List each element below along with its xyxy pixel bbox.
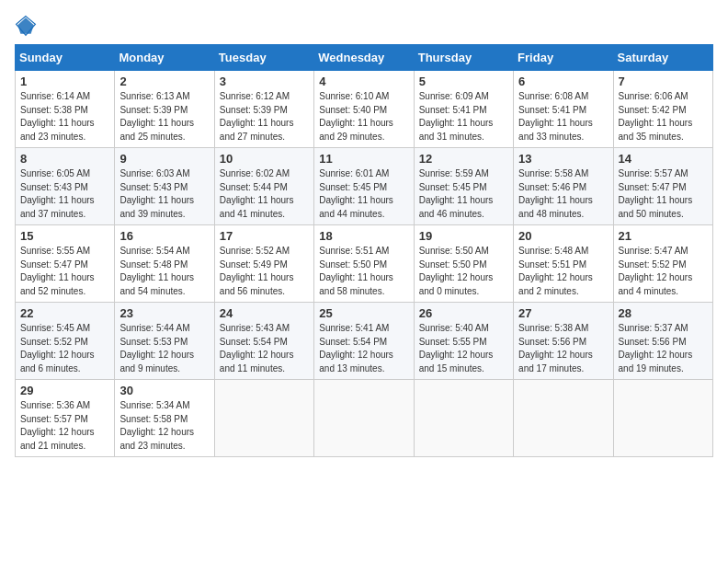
day-info: Sunrise: 5:54 AM Sunset: 5:48 PM Dayligh… [119,245,209,298]
calendar-cell: 20Sunrise: 5:48 AM Sunset: 5:51 PM Dayli… [514,225,613,303]
day-info: Sunrise: 5:38 AM Sunset: 5:56 PM Dayligh… [518,322,608,375]
day-of-week-header: Friday [514,45,613,71]
day-info: Sunrise: 6:14 AM Sunset: 5:38 PM Dayligh… [20,90,109,144]
day-info: Sunrise: 6:01 AM Sunset: 5:45 PM Dayligh… [319,167,408,221]
svg-marker-0 [17,17,34,34]
day-info: Sunrise: 5:34 AM Sunset: 5:58 PM Dayligh… [119,399,209,453]
calendar-cell: 14Sunrise: 5:57 AM Sunset: 5:47 PM Dayli… [613,148,712,225]
day-number: 15 [20,229,109,243]
calendar-week-row: 1Sunrise: 6:14 AM Sunset: 5:38 PM Daylig… [16,71,713,148]
day-info: Sunrise: 5:57 AM Sunset: 5:47 PM Dayligh… [619,167,708,221]
day-info: Sunrise: 5:55 AM Sunset: 5:47 PM Dayligh… [20,245,109,298]
day-of-week-header: Monday [115,45,214,71]
day-number: 22 [20,306,109,320]
day-info: Sunrise: 6:12 AM Sunset: 5:39 PM Dayligh… [220,90,309,144]
day-number: 29 [20,384,109,397]
calendar-cell [414,380,513,457]
calendar-cell: 3Sunrise: 6:12 AM Sunset: 5:39 PM Daylig… [214,71,313,148]
day-info: Sunrise: 6:13 AM Sunset: 5:39 PM Dayligh… [119,90,209,144]
day-of-week-header: Sunday [16,45,115,71]
day-info: Sunrise: 5:44 AM Sunset: 5:53 PM Dayligh… [119,322,209,375]
day-of-week-header: Wednesday [314,45,414,71]
day-of-week-header: Thursday [414,45,513,71]
calendar-cell: 28Sunrise: 5:37 AM Sunset: 5:56 PM Dayli… [613,303,712,380]
day-of-week-header: Saturday [613,45,712,71]
day-number: 11 [319,152,408,166]
day-info: Sunrise: 5:48 AM Sunset: 5:51 PM Dayligh… [518,245,608,298]
day-number: 24 [220,306,309,320]
day-info: Sunrise: 5:58 AM Sunset: 5:46 PM Dayligh… [518,167,608,221]
day-info: Sunrise: 6:09 AM Sunset: 5:41 PM Dayligh… [419,90,508,144]
logo [15,15,40,37]
calendar-cell: 6Sunrise: 6:08 AM Sunset: 5:41 PM Daylig… [514,71,613,148]
calendar-cell: 21Sunrise: 5:47 AM Sunset: 5:52 PM Dayli… [613,225,712,303]
calendar-cell: 2Sunrise: 6:13 AM Sunset: 5:39 PM Daylig… [115,71,214,148]
day-number: 19 [419,229,508,243]
calendar-week-row: 8Sunrise: 6:05 AM Sunset: 5:43 PM Daylig… [16,148,713,225]
calendar-cell: 5Sunrise: 6:09 AM Sunset: 5:41 PM Daylig… [414,71,513,148]
day-number: 5 [419,75,508,88]
day-number: 7 [619,75,708,88]
calendar-cell: 18Sunrise: 5:51 AM Sunset: 5:50 PM Dayli… [314,225,414,303]
day-number: 4 [319,75,408,88]
calendar-cell: 17Sunrise: 5:52 AM Sunset: 5:49 PM Dayli… [214,225,313,303]
calendar-cell: 22Sunrise: 5:45 AM Sunset: 5:52 PM Dayli… [16,303,115,380]
day-number: 21 [619,229,708,243]
day-info: Sunrise: 5:43 AM Sunset: 5:54 PM Dayligh… [220,322,309,375]
day-number: 1 [20,75,109,88]
calendar-cell: 9Sunrise: 6:03 AM Sunset: 5:43 PM Daylig… [115,148,214,225]
day-info: Sunrise: 5:52 AM Sunset: 5:49 PM Dayligh… [220,245,309,298]
calendar-cell [314,380,414,457]
day-number: 8 [20,152,109,166]
calendar-cell: 27Sunrise: 5:38 AM Sunset: 5:56 PM Dayli… [514,303,613,380]
calendar-cell: 19Sunrise: 5:50 AM Sunset: 5:50 PM Dayli… [414,225,513,303]
calendar-table: SundayMondayTuesdayWednesdayThursdayFrid… [15,44,713,457]
day-number: 20 [518,229,608,243]
calendar-cell: 15Sunrise: 5:55 AM Sunset: 5:47 PM Dayli… [16,225,115,303]
day-number: 13 [518,152,608,166]
calendar-cell: 23Sunrise: 5:44 AM Sunset: 5:53 PM Dayli… [115,303,214,380]
day-info: Sunrise: 6:03 AM Sunset: 5:43 PM Dayligh… [119,167,209,221]
day-number: 25 [319,306,408,320]
day-of-week-header: Tuesday [214,45,313,71]
logo-icon [15,15,37,37]
day-info: Sunrise: 6:08 AM Sunset: 5:41 PM Dayligh… [518,90,608,144]
day-info: Sunrise: 6:06 AM Sunset: 5:42 PM Dayligh… [619,90,708,144]
calendar-cell [214,380,313,457]
day-number: 14 [619,152,708,166]
calendar-cell: 26Sunrise: 5:40 AM Sunset: 5:55 PM Dayli… [414,303,513,380]
day-info: Sunrise: 5:50 AM Sunset: 5:50 PM Dayligh… [419,245,508,298]
calendar-week-row: 29Sunrise: 5:36 AM Sunset: 5:57 PM Dayli… [16,380,713,457]
day-info: Sunrise: 5:41 AM Sunset: 5:54 PM Dayligh… [319,322,408,375]
calendar-cell: 29Sunrise: 5:36 AM Sunset: 5:57 PM Dayli… [16,380,115,457]
calendar-cell: 24Sunrise: 5:43 AM Sunset: 5:54 PM Dayli… [214,303,313,380]
day-number: 12 [419,152,508,166]
day-number: 18 [319,229,408,243]
day-number: 3 [220,75,309,88]
day-info: Sunrise: 5:59 AM Sunset: 5:45 PM Dayligh… [419,167,508,221]
calendar-cell: 8Sunrise: 6:05 AM Sunset: 5:43 PM Daylig… [16,148,115,225]
page-header [15,15,713,37]
day-info: Sunrise: 5:47 AM Sunset: 5:52 PM Dayligh… [619,245,708,298]
day-number: 10 [220,152,309,166]
day-number: 26 [419,306,508,320]
day-number: 17 [220,229,309,243]
day-info: Sunrise: 5:37 AM Sunset: 5:56 PM Dayligh… [619,322,708,375]
calendar-cell: 13Sunrise: 5:58 AM Sunset: 5:46 PM Dayli… [514,148,613,225]
calendar-cell: 12Sunrise: 5:59 AM Sunset: 5:45 PM Dayli… [414,148,513,225]
day-number: 2 [119,75,209,88]
calendar-cell [613,380,712,457]
day-number: 23 [119,306,209,320]
calendar-week-row: 15Sunrise: 5:55 AM Sunset: 5:47 PM Dayli… [16,225,713,303]
day-info: Sunrise: 5:51 AM Sunset: 5:50 PM Dayligh… [319,245,408,298]
day-number: 9 [119,152,209,166]
calendar-cell: 16Sunrise: 5:54 AM Sunset: 5:48 PM Dayli… [115,225,214,303]
day-info: Sunrise: 6:10 AM Sunset: 5:40 PM Dayligh… [319,90,408,144]
calendar-cell: 30Sunrise: 5:34 AM Sunset: 5:58 PM Dayli… [115,380,214,457]
calendar-cell: 4Sunrise: 6:10 AM Sunset: 5:40 PM Daylig… [314,71,414,148]
day-info: Sunrise: 5:45 AM Sunset: 5:52 PM Dayligh… [20,322,109,375]
calendar-cell: 1Sunrise: 6:14 AM Sunset: 5:38 PM Daylig… [16,71,115,148]
day-number: 27 [518,306,608,320]
day-info: Sunrise: 5:36 AM Sunset: 5:57 PM Dayligh… [20,399,109,453]
calendar-header-row: SundayMondayTuesdayWednesdayThursdayFrid… [16,45,713,71]
